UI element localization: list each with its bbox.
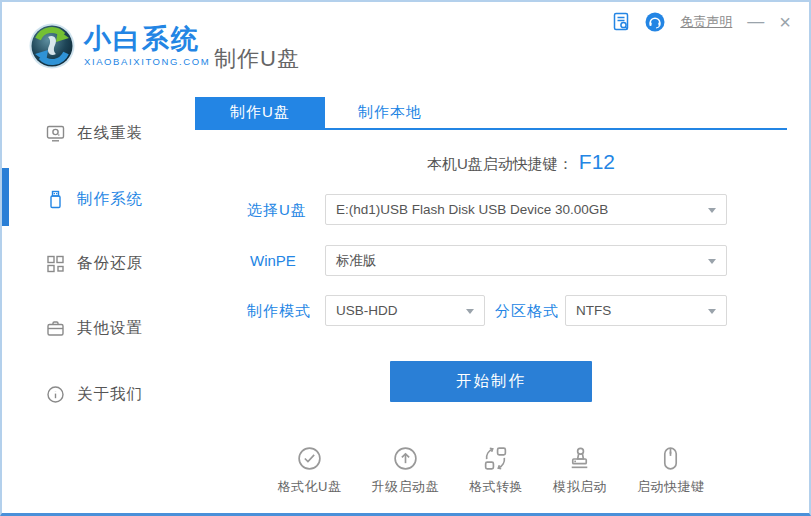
arrow-up-circle-icon (392, 445, 419, 472)
boot-hotkey-line: 本机U盘启动快捷键： F12 (195, 150, 615, 174)
mode-label: 制作模式 (247, 302, 311, 321)
app-window: 小白系统 XIAOBAIXITONG.COM 制作U盘 免责声明 — (0, 0, 811, 516)
brand-name: 小白系统 (84, 25, 210, 53)
sidebar-item-make-system[interactable]: 制作系统 (2, 184, 187, 214)
sidebar-item-label: 在线重装 (77, 123, 143, 144)
usb-select[interactable]: E:(hd1)USB Flash Disk USB Device 30.00GB (325, 194, 727, 225)
tool-label: 升级启动盘 (371, 478, 439, 496)
stamp-icon (566, 445, 593, 472)
sidebar-item-label: 备份还原 (77, 253, 143, 274)
convert-swap-icon (482, 445, 509, 472)
tool-label: 启动快捷键 (637, 478, 705, 496)
document-search-icon[interactable] (613, 12, 630, 32)
tab-make-usb[interactable]: 制作U盘 (195, 97, 325, 128)
headset-icon[interactable] (645, 12, 665, 32)
check-circle-icon (296, 445, 323, 472)
mode-select[interactable]: USB-HDD (325, 295, 485, 326)
sidebar-item-other-settings[interactable]: 其他设置 (2, 313, 187, 343)
usb-select-value: E:(hd1)USB Flash Disk USB Device 30.00GB (336, 202, 608, 217)
app-logo: 小白系统 XIAOBAIXITONG.COM (28, 22, 210, 70)
mouse-icon (657, 445, 684, 472)
brand-text: 小白系统 XIAOBAIXITONG.COM (84, 25, 210, 67)
close-button[interactable]: × (779, 12, 791, 32)
monitor-icon (46, 124, 65, 143)
tool-label: 格式化U盘 (278, 478, 342, 496)
chevron-down-icon (708, 259, 716, 264)
partition-select-value: NTFS (576, 303, 611, 318)
footer-toolbar: 格式化U盘 升级启动盘 格式转换 (195, 445, 787, 496)
sync-sphere-logo-icon (28, 22, 76, 70)
usb-select-label: 选择U盘 (247, 201, 307, 220)
start-make-button[interactable]: 开始制作 (390, 361, 592, 402)
minimize-button[interactable]: — (747, 12, 764, 32)
sidebar-item-online-reinstall[interactable]: 在线重装 (2, 118, 187, 148)
sidebar-item-about-us[interactable]: 关于我们 (2, 379, 187, 409)
tool-label: 模拟启动 (553, 478, 607, 496)
titlebar-actions: 免责声明 — × (613, 10, 791, 34)
mode-select-value: USB-HDD (336, 303, 398, 318)
tool-format-usb[interactable]: 格式化U盘 (278, 445, 342, 496)
tool-upgrade-boot-disk[interactable]: 升级启动盘 (371, 445, 439, 496)
partition-select[interactable]: NTFS (565, 295, 727, 326)
usb-drive-icon (46, 190, 65, 209)
info-circle-icon (46, 385, 65, 404)
tool-simulate-boot[interactable]: 模拟启动 (553, 445, 607, 496)
winpe-select[interactable]: 标准版 (325, 245, 727, 276)
brand-domain: XIAOBAIXITONG.COM (84, 56, 210, 67)
chevron-down-icon (708, 208, 716, 213)
winpe-select-value: 标准版 (336, 253, 377, 268)
boot-hotkey-label: 本机U盘启动快捷键： (427, 155, 573, 174)
tool-format-convert[interactable]: 格式转换 (469, 445, 523, 496)
tab-make-local[interactable]: 制作本地 (325, 97, 455, 128)
briefcase-icon (46, 319, 65, 338)
grid-squares-icon (46, 254, 65, 273)
tab-underline (195, 128, 787, 130)
sidebar-item-backup-restore[interactable]: 备份还原 (2, 248, 187, 278)
winpe-label: WinPE (250, 252, 296, 269)
partition-label: 分区格式 (495, 302, 559, 321)
disclaimer-link[interactable]: 免责声明 (680, 13, 732, 31)
sidebar-item-label: 关于我们 (77, 384, 143, 405)
boot-hotkey-value: F12 (579, 150, 615, 174)
chevron-down-icon (466, 309, 474, 314)
page-title: 制作U盘 (214, 44, 300, 74)
chevron-down-icon (708, 309, 716, 314)
sidebar-item-label: 其他设置 (77, 318, 143, 339)
tool-label: 格式转换 (469, 478, 523, 496)
tool-boot-hotkey[interactable]: 启动快捷键 (637, 445, 705, 496)
sidebar-item-label: 制作系统 (77, 189, 143, 210)
